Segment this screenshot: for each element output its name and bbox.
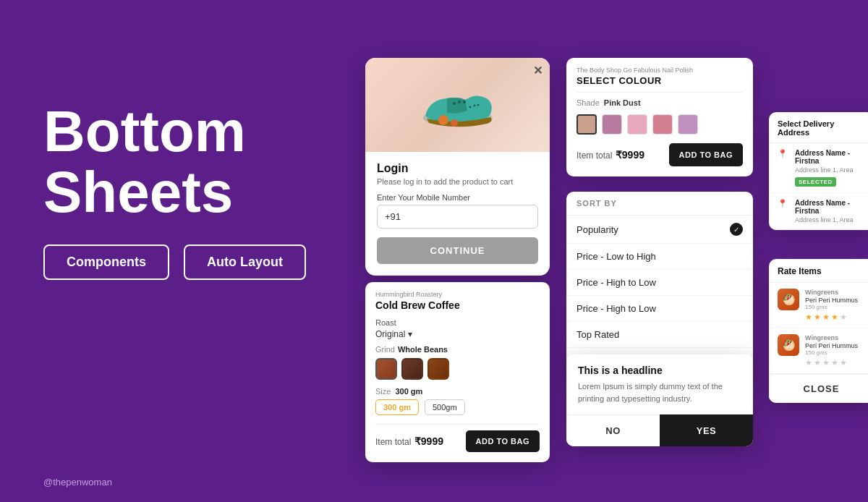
sort-label-top-rated: Top Rated xyxy=(576,329,619,340)
rate-item-2: 🥙 Wingreens Peri Peri Hummus 150 gms ★ ★… xyxy=(769,328,868,374)
rate-items-card: Rate Items 🥙 Wingreens Peri Peri Hummus … xyxy=(769,259,868,403)
delivery-card: Select Delivery Address 📍 Address Name -… xyxy=(769,112,868,230)
size-label: Size xyxy=(375,387,391,396)
star-2-2[interactable]: ★ xyxy=(814,358,821,367)
svg-point-7 xyxy=(438,115,448,125)
confirm-no-button[interactable]: NO xyxy=(566,414,660,446)
roast-label: Roast xyxy=(375,318,540,327)
shoe-illustration xyxy=(418,78,498,132)
star-1-5[interactable]: ★ xyxy=(840,312,847,322)
item-total-label: Item total xyxy=(576,150,612,161)
main-title: Bottom Sheets xyxy=(43,101,306,223)
swatch-3[interactable] xyxy=(627,114,647,135)
star-1-2[interactable]: ★ xyxy=(814,312,821,322)
address-item-2[interactable]: 📍 Address Name - Firstna Address line 1,… xyxy=(769,193,868,230)
svg-point-5 xyxy=(473,104,475,106)
size-chip-300[interactable]: 300 gm xyxy=(375,399,419,415)
nailpolish-title: SELECT COLOUR xyxy=(576,75,743,86)
roast-chevron-icon: ▾ xyxy=(408,329,412,339)
svg-point-3 xyxy=(463,101,466,103)
sort-label-low-high: Price - Low to High xyxy=(576,251,656,262)
grind-swatch-1[interactable] xyxy=(375,358,397,380)
address-line-1: Address line 1, Area xyxy=(795,166,865,174)
food-icon-1: 🥙 xyxy=(778,289,799,310)
delivery-header: Select Delivery Address xyxy=(769,112,868,143)
address-2-details: Address Name - Firstna Address line 1, A… xyxy=(795,199,865,224)
size-row: Size 300 gm xyxy=(375,387,540,396)
rate-brand-1: Wingreens xyxy=(805,289,865,296)
sort-item-low-high[interactable]: Price - Low to High xyxy=(566,244,753,270)
rate-product-2: Peri Peri Hummus xyxy=(805,342,865,349)
roast-select[interactable]: Original ▾ xyxy=(375,329,540,339)
item-total-price: ₹9999 xyxy=(616,149,644,161)
coffee-total-left: Item total ₹9999 xyxy=(375,435,443,448)
star-2-3[interactable]: ★ xyxy=(822,358,830,367)
add-to-bag-button[interactable]: ADD TO BAG xyxy=(669,143,743,166)
confirm-body: Lorem Ipsum is simply dummy text of the … xyxy=(578,380,741,404)
svg-point-4 xyxy=(469,106,471,108)
close-icon[interactable]: ✕ xyxy=(533,64,542,77)
svg-point-2 xyxy=(458,101,461,103)
components-button[interactable]: Components xyxy=(43,244,169,280)
sortby-header: SORT BY xyxy=(566,192,753,216)
address-item-1[interactable]: 📍 Address Name - Firstna Address line 1,… xyxy=(769,143,868,193)
sort-label-high-low-2: Price - High to Low xyxy=(576,303,656,314)
check-icon-popularity: ✓ xyxy=(730,223,743,236)
star-1-3[interactable]: ★ xyxy=(822,312,830,322)
grind-swatch-3[interactable] xyxy=(427,358,449,380)
roast-value: Original xyxy=(375,329,405,339)
sort-item-high-low-1[interactable]: Price - High to Low xyxy=(566,270,753,296)
shoe-image: ✕ xyxy=(365,58,550,152)
rate-brand-2: Wingreens xyxy=(805,334,865,341)
coffee-add-to-bag-button[interactable]: ADD TO BAG xyxy=(466,430,540,452)
sort-label-popularity: Popularity xyxy=(576,224,618,235)
swatch-1[interactable] xyxy=(576,114,597,135)
mobile-label: Enter Your Mobile Number xyxy=(377,193,538,202)
grind-swatch-2[interactable] xyxy=(401,358,423,380)
star-1-1[interactable]: ★ xyxy=(805,312,812,322)
star-2-4[interactable]: ★ xyxy=(831,358,838,367)
autolayout-button[interactable]: Auto Layout xyxy=(184,244,306,280)
star-2-5[interactable]: ★ xyxy=(840,358,847,367)
mobile-input[interactable] xyxy=(377,205,538,229)
nailpolish-inner: The Body Shop Go Fabulous Nail Polish SE… xyxy=(566,58,753,176)
nailpolish-card: The Body Shop Go Fabulous Nail Polish SE… xyxy=(566,58,753,176)
sort-item-top-rated[interactable]: Top Rated xyxy=(566,322,753,348)
rate-item-1: 🥙 Wingreens Peri Peri Hummus 150 gms ★ ★… xyxy=(769,283,868,328)
swatch-4[interactable] xyxy=(652,114,673,135)
svg-point-1 xyxy=(453,102,456,105)
sort-item-high-low-2[interactable]: Price - High to Low xyxy=(566,296,753,322)
item-total-row: Item total ₹9999 ADD TO BAG xyxy=(576,143,743,166)
shade-row: Shade Pink Dust xyxy=(576,98,743,107)
address-line-2: Address line 1, Area xyxy=(795,216,865,224)
shade-label: Shade xyxy=(576,98,600,107)
coffee-card: Hummingbird Roastery Cold Brew Coffee Ro… xyxy=(365,282,550,462)
confirm-yes-button[interactable]: YES xyxy=(660,414,753,446)
left-section: Bottom Sheets Components Auto Layout xyxy=(43,101,306,280)
confirm-actions: NO YES xyxy=(566,414,753,446)
size-chip-500[interactable]: 500gm xyxy=(425,399,465,415)
rate-header: Rate Items xyxy=(769,259,868,283)
address-name-1: Address Name - Firstna xyxy=(795,149,865,165)
coffee-inner: Hummingbird Roastery Cold Brew Coffee Ro… xyxy=(365,282,550,462)
grind-swatches xyxy=(375,358,540,380)
star-2-1[interactable]: ★ xyxy=(805,358,812,367)
buttons-row: Components Auto Layout xyxy=(43,244,306,280)
sortby-card: SORT BY Popularity ✓ Price - Low to High… xyxy=(566,192,753,373)
size-options: 300 gm 500gm xyxy=(375,399,540,415)
stars-row-2: ★ ★ ★ ★ ★ xyxy=(805,358,865,367)
coffee-total-price: ₹9999 xyxy=(414,435,443,447)
color-swatches xyxy=(576,114,743,135)
rate-info-1: Wingreens Peri Peri Hummus 150 gms ★ ★ ★… xyxy=(805,289,865,322)
close-button[interactable]: CLOSE xyxy=(769,374,868,403)
sort-item-popularity[interactable]: Popularity ✓ xyxy=(566,216,753,244)
swatch-2[interactable] xyxy=(602,114,622,135)
swatch-5[interactable] xyxy=(678,114,698,135)
continue-button[interactable]: CONTINUE xyxy=(377,237,538,264)
login-title: Login xyxy=(377,162,538,175)
svg-point-6 xyxy=(477,103,479,106)
star-1-4[interactable]: ★ xyxy=(831,312,838,322)
rate-weight-1: 150 gms xyxy=(805,304,865,310)
grind-label: Grind xyxy=(375,345,395,354)
rate-product-1: Peri Peri Hummus xyxy=(805,297,865,304)
